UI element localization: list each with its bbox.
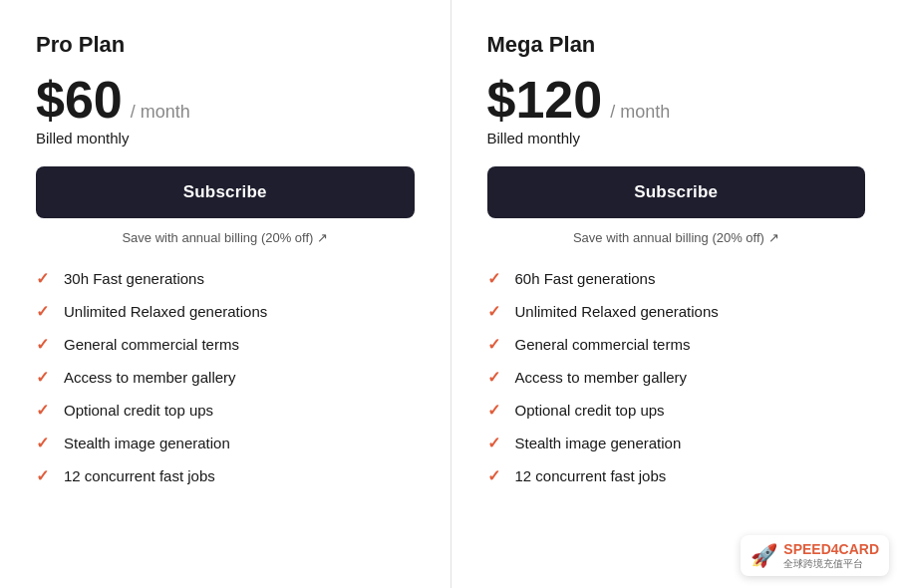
feature-item-mega-6: ✓12 concurrent fast jobs xyxy=(487,466,866,485)
check-icon-pro-1: ✓ xyxy=(36,302,52,321)
feature-item-pro-6: ✓12 concurrent fast jobs xyxy=(36,466,415,485)
feature-item-pro-3: ✓Access to member gallery xyxy=(36,368,415,387)
watermark: 🚀 SPEED4CARD 全球跨境充值平台 xyxy=(741,535,889,576)
annual-save-mega[interactable]: Save with annual billing (20% off) ↗ xyxy=(487,230,866,245)
check-icon-mega-4: ✓ xyxy=(487,401,503,420)
feature-label-mega-0: 60h Fast generations xyxy=(515,270,656,287)
plans-container: Pro Plan$60/ monthBilled monthlySubscrib… xyxy=(0,0,901,588)
feature-item-mega-0: ✓60h Fast generations xyxy=(487,269,866,288)
feature-item-pro-1: ✓Unlimited Relaxed generations xyxy=(36,302,415,321)
feature-label-pro-3: Access to member gallery xyxy=(64,369,236,386)
check-icon-mega-1: ✓ xyxy=(487,302,503,321)
watermark-brand-sub: 全球跨境充值平台 xyxy=(783,558,879,570)
check-icon-mega-6: ✓ xyxy=(487,466,503,485)
check-icon-mega-3: ✓ xyxy=(487,368,503,387)
feature-item-pro-0: ✓30h Fast generations xyxy=(36,269,415,288)
check-icon-pro-3: ✓ xyxy=(36,368,52,387)
price-period-pro: / month xyxy=(131,102,190,123)
feature-item-pro-5: ✓Stealth image generation xyxy=(36,434,415,452)
feature-label-mega-1: Unlimited Relaxed generations xyxy=(515,303,719,320)
feature-item-mega-1: ✓Unlimited Relaxed generations xyxy=(487,302,866,321)
feature-label-pro-6: 12 concurrent fast jobs xyxy=(64,467,215,484)
feature-item-mega-5: ✓Stealth image generation xyxy=(487,434,866,452)
plan-card-mega: Mega Plan$120/ monthBilled monthlySubscr… xyxy=(451,0,902,588)
plan-card-pro: Pro Plan$60/ monthBilled monthlySubscrib… xyxy=(0,0,451,588)
check-icon-pro-4: ✓ xyxy=(36,401,52,420)
check-icon-pro-6: ✓ xyxy=(36,466,52,485)
feature-label-mega-6: 12 concurrent fast jobs xyxy=(515,467,667,484)
check-icon-pro-2: ✓ xyxy=(36,335,52,354)
feature-label-mega-4: Optional credit top ups xyxy=(515,402,665,419)
check-icon-mega-0: ✓ xyxy=(487,269,503,288)
price-amount-mega: $120 xyxy=(487,74,603,126)
price-row-pro: $60/ month xyxy=(36,74,415,126)
feature-label-pro-5: Stealth image generation xyxy=(64,435,230,451)
billing-type-pro: Billed monthly xyxy=(36,130,415,147)
feature-item-mega-3: ✓Access to member gallery xyxy=(487,368,866,387)
check-icon-pro-5: ✓ xyxy=(36,434,52,452)
billing-type-mega: Billed monthly xyxy=(487,130,866,147)
check-icon-mega-5: ✓ xyxy=(487,434,503,452)
plan-name-mega: Mega Plan xyxy=(487,32,866,58)
annual-save-pro[interactable]: Save with annual billing (20% off) ↗ xyxy=(36,230,415,245)
watermark-brand-name: SPEED4CARD xyxy=(783,541,879,558)
watermark-text: SPEED4CARD 全球跨境充值平台 xyxy=(783,541,879,570)
feature-label-pro-0: 30h Fast generations xyxy=(64,270,204,287)
price-row-mega: $120/ month xyxy=(487,74,866,126)
feature-item-pro-2: ✓General commercial terms xyxy=(36,335,415,354)
check-icon-pro-0: ✓ xyxy=(36,269,52,288)
plan-name-pro: Pro Plan xyxy=(36,32,415,58)
feature-item-mega-2: ✓General commercial terms xyxy=(487,335,866,354)
subscribe-button-mega[interactable]: Subscribe xyxy=(487,166,866,218)
watermark-rocket-icon: 🚀 xyxy=(751,543,777,569)
feature-label-pro-2: General commercial terms xyxy=(64,336,239,353)
price-amount-pro: $60 xyxy=(36,74,123,126)
feature-label-mega-3: Access to member gallery xyxy=(515,369,688,386)
features-list-pro: ✓30h Fast generations✓Unlimited Relaxed … xyxy=(36,269,415,485)
feature-label-mega-2: General commercial terms xyxy=(515,336,691,353)
feature-label-pro-4: Optional credit top ups xyxy=(64,402,213,419)
feature-item-pro-4: ✓Optional credit top ups xyxy=(36,401,415,420)
price-period-mega: / month xyxy=(610,102,670,123)
feature-label-pro-1: Unlimited Relaxed generations xyxy=(64,303,267,320)
subscribe-button-pro[interactable]: Subscribe xyxy=(36,166,415,218)
feature-item-mega-4: ✓Optional credit top ups xyxy=(487,401,866,420)
feature-label-mega-5: Stealth image generation xyxy=(515,435,682,451)
check-icon-mega-2: ✓ xyxy=(487,335,503,354)
features-list-mega: ✓60h Fast generations✓Unlimited Relaxed … xyxy=(487,269,866,485)
